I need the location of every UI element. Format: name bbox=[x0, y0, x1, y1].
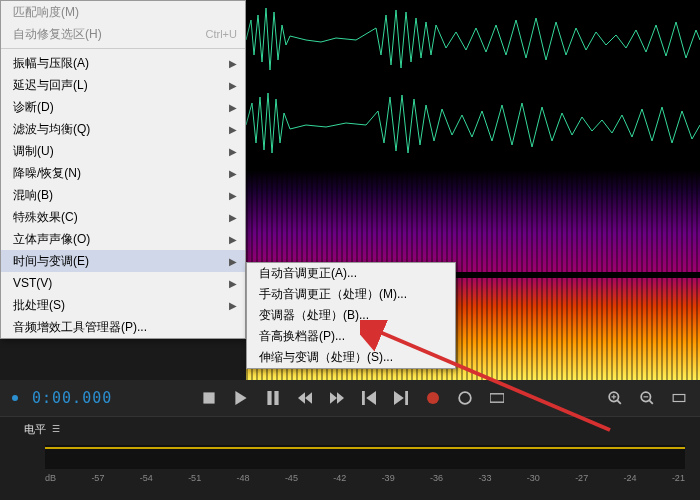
submenu-auto-pitch[interactable]: 自动音调更正(A)... bbox=[247, 263, 455, 284]
svg-rect-1 bbox=[246, 85, 700, 165]
svg-marker-12 bbox=[394, 391, 404, 405]
menu-dropdown-icon: ☰ bbox=[52, 424, 60, 434]
chevron-right-icon: ▶ bbox=[229, 190, 237, 201]
menu-item-label: 匹配响度(M) bbox=[13, 4, 237, 21]
pause-button[interactable] bbox=[264, 389, 282, 407]
svg-rect-22 bbox=[673, 395, 685, 402]
effects-menu: 匹配响度(M) 自动修复选区(H) Ctrl+U 振幅与压限(A) ▶ 延迟与回… bbox=[0, 0, 246, 339]
menu-item-label: 音高换档器(P)... bbox=[259, 328, 447, 345]
menu-reverb[interactable]: 混响(B) ▶ bbox=[1, 184, 245, 206]
menu-filter-eq[interactable]: 滤波与均衡(Q) ▶ bbox=[1, 118, 245, 140]
svg-rect-2 bbox=[204, 392, 215, 403]
submenu-stretch-pitch[interactable]: 伸缩与变调（处理）(S)... bbox=[247, 347, 455, 368]
chevron-right-icon: ▶ bbox=[229, 234, 237, 245]
level-meter[interactable] bbox=[45, 445, 685, 469]
waveform-left[interactable] bbox=[246, 0, 700, 80]
svg-rect-4 bbox=[268, 391, 272, 405]
stop-button[interactable] bbox=[200, 389, 218, 407]
menu-item-label: 立体声声像(O) bbox=[13, 231, 221, 248]
menu-amplitude[interactable]: 振幅与压限(A) ▶ bbox=[1, 52, 245, 74]
svg-rect-0 bbox=[246, 0, 700, 80]
menu-special[interactable]: 特殊效果(C) ▶ bbox=[1, 206, 245, 228]
timecode-display[interactable]: 0:00.000 bbox=[32, 389, 112, 407]
level-header-label: 电平 bbox=[24, 422, 46, 437]
svg-line-16 bbox=[617, 400, 621, 404]
chevron-right-icon: ▶ bbox=[229, 168, 237, 179]
menu-item-label: 滤波与均衡(Q) bbox=[13, 121, 221, 138]
rewind-button[interactable] bbox=[296, 389, 314, 407]
submenu-manual-pitch[interactable]: 手动音调更正（处理）(M)... bbox=[247, 284, 455, 305]
level-meter-panel: 电平 ☰ dB-57-54 -51-48-45 -42-39-36 -33-30… bbox=[0, 416, 700, 500]
menu-stereo-imagery[interactable]: 立体声声像(O) ▶ bbox=[1, 228, 245, 250]
submenu-pitch-bender[interactable]: 变调器（处理）(B)... bbox=[247, 305, 455, 326]
menu-item-label: 特殊效果(C) bbox=[13, 209, 221, 226]
menu-delay[interactable]: 延迟与回声(L) ▶ bbox=[1, 74, 245, 96]
chevron-right-icon: ▶ bbox=[229, 102, 237, 113]
svg-rect-14 bbox=[490, 394, 504, 402]
menu-item-label: 混响(B) bbox=[13, 187, 221, 204]
menu-separator bbox=[1, 48, 245, 49]
level-header[interactable]: 电平 ☰ bbox=[0, 417, 700, 441]
svg-marker-7 bbox=[305, 392, 312, 404]
chevron-right-icon: ▶ bbox=[229, 146, 237, 157]
svg-rect-10 bbox=[362, 391, 365, 405]
chevron-right-icon: ▶ bbox=[229, 256, 237, 267]
skip-back-button[interactable] bbox=[360, 389, 378, 407]
menu-item-label: 降噪/恢复(N) bbox=[13, 165, 221, 182]
menu-modulation[interactable]: 调制(U) ▶ bbox=[1, 140, 245, 162]
menu-item-label: 自动音调更正(A)... bbox=[259, 265, 447, 282]
menu-item-label: 时间与变调(E) bbox=[13, 253, 221, 270]
svg-rect-13 bbox=[405, 391, 408, 405]
menu-plugin-manager[interactable]: 音频增效工具管理器(P)... bbox=[1, 316, 245, 338]
chevron-right-icon: ▶ bbox=[229, 278, 237, 289]
menu-item-label: 自动修复选区(H) bbox=[13, 26, 186, 43]
svg-line-20 bbox=[649, 400, 653, 404]
record-button[interactable] bbox=[424, 389, 442, 407]
chevron-right-icon: ▶ bbox=[229, 58, 237, 69]
menu-shortcut: Ctrl+U bbox=[206, 28, 237, 40]
menu-batch[interactable]: 批处理(S) ▶ bbox=[1, 294, 245, 316]
chevron-right-icon: ▶ bbox=[229, 124, 237, 135]
skip-selection-button[interactable] bbox=[488, 389, 506, 407]
zoom-fit-button[interactable] bbox=[670, 389, 688, 407]
svg-marker-11 bbox=[366, 391, 376, 405]
svg-marker-8 bbox=[330, 392, 337, 404]
chevron-right-icon: ▶ bbox=[229, 300, 237, 311]
menu-match-loudness[interactable]: 匹配响度(M) bbox=[1, 1, 245, 23]
menu-item-label: 批处理(S) bbox=[13, 297, 221, 314]
zoom-in-button[interactable] bbox=[606, 389, 624, 407]
waveform-right[interactable] bbox=[246, 85, 700, 165]
svg-marker-6 bbox=[298, 392, 305, 404]
skip-forward-button[interactable] bbox=[392, 389, 410, 407]
menu-item-label: 延迟与回声(L) bbox=[13, 77, 221, 94]
chevron-right-icon: ▶ bbox=[229, 80, 237, 91]
svg-marker-3 bbox=[236, 391, 247, 405]
loop-button[interactable] bbox=[456, 389, 474, 407]
fast-forward-button[interactable] bbox=[328, 389, 346, 407]
transport-bar: 0:00.000 bbox=[0, 380, 700, 416]
menu-auto-heal[interactable]: 自动修复选区(H) Ctrl+U bbox=[1, 23, 245, 45]
menu-item-label: 振幅与压限(A) bbox=[13, 55, 221, 72]
menu-item-label: VST(V) bbox=[13, 276, 221, 290]
menu-noise-reduction[interactable]: 降噪/恢复(N) ▶ bbox=[1, 162, 245, 184]
chevron-right-icon: ▶ bbox=[229, 212, 237, 223]
menu-item-label: 伸缩与变调（处理）(S)... bbox=[259, 349, 447, 366]
menu-vst[interactable]: VST(V) ▶ bbox=[1, 272, 245, 294]
time-pitch-submenu: 自动音调更正(A)... 手动音调更正（处理）(M)... 变调器（处理）(B)… bbox=[246, 262, 456, 369]
timecode-marker-icon bbox=[12, 395, 18, 401]
menu-item-label: 变调器（处理）(B)... bbox=[259, 307, 447, 324]
svg-rect-5 bbox=[275, 391, 279, 405]
menu-item-label: 音频增效工具管理器(P)... bbox=[13, 319, 237, 336]
level-tick-labels: dB-57-54 -51-48-45 -42-39-36 -33-30-27 -… bbox=[45, 473, 685, 483]
menu-item-label: 调制(U) bbox=[13, 143, 221, 160]
menu-item-label: 诊断(D) bbox=[13, 99, 221, 116]
submenu-pitch-shifter[interactable]: 音高换档器(P)... bbox=[247, 326, 455, 347]
zoom-out-button[interactable] bbox=[638, 389, 656, 407]
svg-marker-9 bbox=[337, 392, 344, 404]
menu-diagnostics[interactable]: 诊断(D) ▶ bbox=[1, 96, 245, 118]
menu-item-label: 手动音调更正（处理）(M)... bbox=[259, 286, 447, 303]
play-button[interactable] bbox=[232, 389, 250, 407]
menu-time-pitch[interactable]: 时间与变调(E) ▶ bbox=[1, 250, 245, 272]
